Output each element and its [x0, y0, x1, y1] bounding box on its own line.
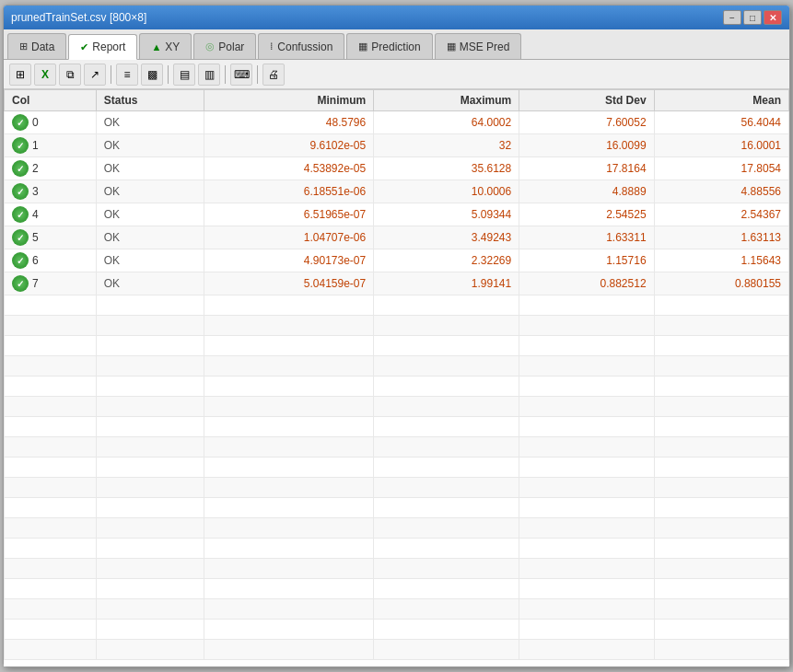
- empty-row: [5, 599, 789, 620]
- ok-icon: ✓: [12, 183, 29, 200]
- tab-polar-label: Polar: [218, 41, 244, 53]
- col-number: 2: [32, 162, 39, 175]
- empty-row: [5, 620, 789, 640]
- empty-row: [5, 458, 789, 478]
- table-header-row: Col Status Minimum Maximum Std Dev Mean: [5, 90, 789, 111]
- empty-row: [5, 518, 789, 539]
- empty-row: [5, 295, 789, 316]
- ok-icon: ✓: [12, 114, 29, 131]
- separator-1: [111, 65, 111, 84]
- mean-cell: 56.4044: [654, 111, 788, 134]
- maximum-header: Maximum: [374, 90, 519, 111]
- ok-icon: ✓: [12, 160, 29, 177]
- stddev-header: Std Dev: [519, 90, 654, 111]
- maximum-cell: 2.32269: [374, 249, 519, 272]
- status-cell: OK: [96, 111, 204, 134]
- tab-xy-label: XY: [165, 41, 180, 53]
- col-cell: ✓5: [5, 226, 97, 249]
- stddev-cell: 7.60052: [519, 111, 654, 134]
- col-number: 7: [32, 277, 39, 290]
- empty-row: [5, 336, 789, 356]
- stddev-cell: 1.15716: [519, 249, 654, 272]
- minimize-button[interactable]: −: [723, 10, 741, 25]
- toolbar: ⊞ X ⧉ ↗ ≡ ▩ ▤ ▥ ⌨ 🖨: [4, 60, 789, 89]
- table-row: ✓1OK9.6102e-053216.009916.0001: [5, 134, 789, 157]
- empty-row: [5, 539, 789, 559]
- tab-data-label: Data: [31, 41, 54, 53]
- tab-mse-pred[interactable]: ▦ MSE Pred: [435, 33, 522, 59]
- separator-2: [168, 65, 169, 84]
- keyboard-button[interactable]: ⌨: [230, 64, 252, 86]
- bar-view-button[interactable]: ≡: [116, 64, 138, 86]
- copy-button[interactable]: ⧉: [59, 64, 81, 86]
- empty-row: [5, 356, 789, 377]
- mean-cell: 16.0001: [654, 134, 788, 157]
- table-row: ✓6OK4.90173e-072.322691.157161.15643: [5, 249, 789, 272]
- minimum-cell: 1.04707e-06: [204, 226, 373, 249]
- maximum-cell: 5.09344: [374, 203, 519, 226]
- tab-xy[interactable]: ▲ XY: [139, 33, 192, 59]
- grid-button[interactable]: ⊞: [9, 64, 31, 86]
- separator-4: [257, 65, 258, 84]
- col-number: 1: [32, 139, 39, 152]
- print-button[interactable]: 🖨: [262, 64, 285, 86]
- mean-cell: 1.63113: [654, 226, 788, 249]
- chart-button[interactable]: ▩: [141, 64, 163, 86]
- empty-row: [5, 417, 789, 437]
- view-btn-1[interactable]: ▤: [173, 64, 195, 86]
- stddev-cell: 1.63311: [519, 226, 654, 249]
- minimum-cell: 6.51965e-07: [204, 203, 373, 226]
- ok-icon: ✓: [12, 275, 29, 292]
- table-row: ✓4OK6.51965e-075.093442.545252.54367: [5, 203, 789, 226]
- tab-report-label: Report: [92, 41, 125, 53]
- export-button[interactable]: ↗: [84, 64, 106, 86]
- col-number: 6: [32, 254, 39, 267]
- tabs-bar: ⊞ Data ✔ Report ▲ XY ◎ Polar ⁞ Confussio…: [4, 29, 789, 60]
- main-window: prunedTrainSet.csv [800×8] − □ ✕ ⊞ Data …: [3, 5, 790, 667]
- confusion-tab-icon: ⁞: [270, 41, 274, 52]
- tab-polar[interactable]: ◎ Polar: [193, 33, 256, 59]
- stddev-cell: 16.0099: [519, 134, 654, 157]
- empty-row: [5, 640, 789, 660]
- empty-row: [5, 579, 789, 599]
- mean-cell: 0.880155: [654, 272, 788, 295]
- tab-prediction[interactable]: ▦ Prediction: [346, 33, 432, 59]
- tab-confusion-label: Confussion: [277, 41, 332, 53]
- col-cell: ✓0: [5, 111, 97, 134]
- stddev-cell: 0.882512: [519, 272, 654, 295]
- mse-tab-icon: ▦: [447, 41, 456, 52]
- minimum-cell: 6.18551e-06: [204, 180, 373, 203]
- tab-data[interactable]: ⊞ Data: [7, 33, 66, 59]
- maximum-cell: 1.99141: [374, 272, 519, 295]
- empty-row: [5, 377, 789, 397]
- table-row: ✓3OK6.18551e-0610.00064.88894.88556: [5, 180, 789, 203]
- mean-cell: 17.8054: [654, 157, 788, 180]
- ok-icon: ✓: [12, 206, 29, 223]
- window-title: prunedTrainSet.csv [800×8]: [11, 11, 146, 24]
- stddev-cell: 4.8889: [519, 180, 654, 203]
- tab-report[interactable]: ✔ Report: [68, 34, 137, 60]
- col-cell: ✓6: [5, 249, 97, 272]
- excel-button[interactable]: X: [34, 64, 56, 86]
- empty-row: [5, 478, 789, 498]
- maximum-cell: 3.49243: [374, 226, 519, 249]
- col-number: 5: [32, 231, 39, 244]
- close-button[interactable]: ✕: [764, 10, 782, 25]
- status-cell: OK: [96, 249, 204, 272]
- tab-prediction-label: Prediction: [371, 41, 420, 53]
- title-bar-buttons: − □ ✕: [723, 10, 782, 25]
- status-header: Status: [96, 90, 204, 111]
- status-cell: OK: [96, 134, 204, 157]
- stddev-cell: 2.54525: [519, 203, 654, 226]
- maximize-button[interactable]: □: [743, 10, 762, 25]
- empty-row: [5, 316, 789, 336]
- stddev-cell: 17.8164: [519, 157, 654, 180]
- status-cell: OK: [96, 157, 204, 180]
- maximum-cell: 10.0006: [374, 180, 519, 203]
- view-btn-2[interactable]: ▥: [198, 64, 220, 86]
- mean-cell: 4.88556: [654, 180, 788, 203]
- prediction-tab-icon: ▦: [358, 41, 367, 52]
- report-tab-icon: ✔: [80, 41, 88, 53]
- tab-confusion[interactable]: ⁞ Confussion: [258, 33, 344, 59]
- status-cell: OK: [96, 203, 204, 226]
